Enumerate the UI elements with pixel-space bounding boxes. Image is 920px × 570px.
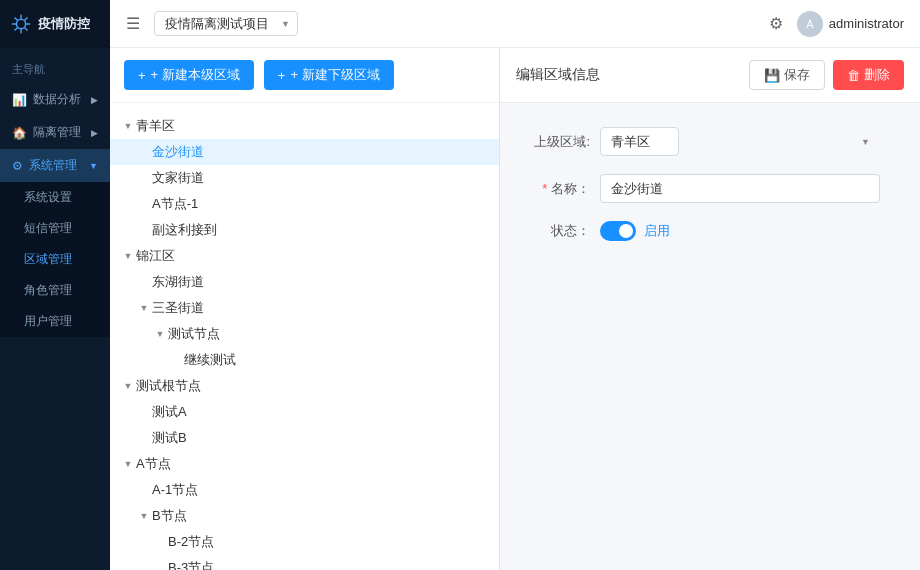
parent-label: 上级区域: [520, 133, 590, 151]
app-title: 疫情防控 [38, 16, 90, 32]
tree-node-label: 东湖街道 [152, 273, 204, 291]
tree-node-label: A-1节点 [152, 481, 198, 499]
tree-node-row[interactable]: 测试B [110, 425, 499, 451]
tree-node-label: 副这利接到 [152, 221, 217, 239]
tree-node-row[interactable]: B-3节点 [110, 555, 499, 570]
form-row-status: 状态： 启用 [520, 221, 900, 241]
status-text: 启用 [644, 222, 670, 240]
sub-item-label: 角色管理 [24, 282, 72, 299]
chevron-icon: ▶ [91, 95, 98, 105]
status-toggle[interactable] [600, 221, 636, 241]
tree-node-label: 继续测试 [184, 351, 236, 369]
tree-node: 继续测试 [110, 347, 499, 373]
tree-children: 金沙街道文家街道A节点-1副这利接到 [110, 139, 499, 243]
tree-node: 金沙街道 [110, 139, 499, 165]
status-label: 状态： [520, 222, 590, 240]
tree-node-row[interactable]: 文家街道 [110, 165, 499, 191]
tree-node-row[interactable]: B-2节点 [110, 529, 499, 555]
tree-node-label: 测试节点 [168, 325, 220, 343]
tree-node-row[interactable]: ▼锦江区 [110, 243, 499, 269]
tree-toggle-icon: ▼ [136, 511, 152, 521]
menu-icon[interactable]: ☰ [126, 14, 140, 33]
tree-node: ▼测试节点继续测试 [110, 321, 499, 373]
tree-node-label: B-3节点 [168, 559, 214, 570]
tree-node-row[interactable]: 金沙街道 [110, 139, 499, 165]
avatar: A [797, 11, 823, 37]
tree-node: ▼A节点A-1节点▼B节点B-2节点B-3节点B-4节点B-5节点▼C节点C-1… [110, 451, 499, 570]
tree-node-row[interactable]: ▼三圣街道 [110, 295, 499, 321]
parent-select[interactable]: 青羊区 [600, 127, 679, 156]
delete-icon: 🗑 [847, 68, 860, 83]
tree-node-label: B-2节点 [168, 533, 214, 551]
tree-node-row[interactable]: ▼A节点 [110, 451, 499, 477]
tree-toggle-icon: ▼ [152, 329, 168, 339]
tree-toggle-icon: ▼ [120, 459, 136, 469]
right-panel: 编辑区域信息 💾 保存 🗑 删除 上级区域: [500, 48, 920, 570]
tree-node-row[interactable]: ▼测试节点 [110, 321, 499, 347]
sidebar-item-data-analysis[interactable]: 📊 数据分析 ▶ [0, 83, 110, 116]
right-header: 编辑区域信息 💾 保存 🗑 删除 [500, 48, 920, 103]
tree-node: B-2节点 [110, 529, 499, 555]
sidebar-item-quarantine[interactable]: 🏠 隔离管理 ▶ [0, 116, 110, 149]
add-same-label: + 新建本级区域 [151, 66, 240, 84]
tree-node-row[interactable]: A节点-1 [110, 191, 499, 217]
tree-children: ▼测试节点继续测试 [110, 321, 499, 373]
sidebar-item-system[interactable]: ⚙ 系统管理 ▼ [0, 149, 110, 182]
sidebar-item-role-management[interactable]: 角色管理 [0, 275, 110, 306]
sidebar-item-sms-management[interactable]: 短信管理 [0, 213, 110, 244]
tree-node-row[interactable]: ▼青羊区 [110, 113, 499, 139]
username-label: administrator [829, 16, 904, 31]
user-menu[interactable]: A administrator [797, 11, 904, 37]
form-title: 编辑区域信息 [516, 66, 600, 84]
tree-node: ▼三圣街道▼测试节点继续测试 [110, 295, 499, 373]
add-sub-icon: + [278, 68, 286, 83]
delete-label: 删除 [864, 66, 890, 84]
sub-item-label: 用户管理 [24, 313, 72, 330]
delete-button[interactable]: 🗑 删除 [833, 60, 904, 90]
sidebar-nav: 主导航 📊 数据分析 ▶ 🏠 隔离管理 ▶ ⚙ 系统管理 ▼ 系统设置 短信管理… [0, 48, 110, 570]
topbar: ☰ 疫情隔离测试项目 ⚙ A administrator [110, 0, 920, 48]
tree-node-row[interactable]: ▼测试根节点 [110, 373, 499, 399]
tree-toggle-icon: ▼ [136, 303, 152, 313]
tree-node-label: 测试B [152, 429, 187, 447]
sidebar: 疫情防控 主导航 📊 数据分析 ▶ 🏠 隔离管理 ▶ ⚙ 系统管理 ▼ 系统设置… [0, 0, 110, 570]
tree-children: B-2节点B-3节点B-4节点B-5节点 [110, 529, 499, 570]
tree-node: 测试B [110, 425, 499, 451]
tree-node-row[interactable]: A-1节点 [110, 477, 499, 503]
tree-node-label: 测试根节点 [136, 377, 201, 395]
add-same-level-button[interactable]: + + 新建本级区域 [124, 60, 254, 90]
tree-node-row[interactable]: 测试A [110, 399, 499, 425]
tree-node-row[interactable]: ▼B节点 [110, 503, 499, 529]
chevron-icon: ▶ [91, 128, 98, 138]
parent-select-wrap[interactable]: 青羊区 [600, 127, 880, 156]
sidebar-item-area-management[interactable]: 区域管理 [0, 244, 110, 275]
gear-icon[interactable]: ⚙ [769, 14, 783, 33]
tree-node: 东湖街道 [110, 269, 499, 295]
sub-item-label: 系统设置 [24, 189, 72, 206]
tree-node-label: 测试A [152, 403, 187, 421]
name-input[interactable] [600, 174, 880, 203]
tree-node: ▼锦江区东湖街道▼三圣街道▼测试节点继续测试 [110, 243, 499, 373]
save-label: 保存 [784, 66, 810, 84]
tree-node: 文家街道 [110, 165, 499, 191]
tree-node-label: 锦江区 [136, 247, 175, 265]
project-select[interactable]: 疫情隔离测试项目 [154, 11, 298, 36]
area-form: 上级区域: 青羊区 名称： 状态： [500, 103, 920, 265]
sub-item-label: 区域管理 [24, 251, 72, 268]
add-sub-level-button[interactable]: + + 新建下级区域 [264, 60, 394, 90]
tree-node-row[interactable]: 继续测试 [110, 347, 499, 373]
tree-node: 测试A [110, 399, 499, 425]
topbar-right: ⚙ A administrator [769, 11, 904, 37]
name-label: 名称： [520, 180, 590, 198]
tree-node: A-1节点 [110, 477, 499, 503]
project-select-wrap[interactable]: 疫情隔离测试项目 [154, 11, 298, 36]
tree-toggle-icon: ▼ [120, 381, 136, 391]
status-toggle-wrap: 启用 [600, 221, 670, 241]
sidebar-item-label: 数据分析 [33, 91, 81, 108]
toggle-slider [600, 221, 636, 241]
tree-node-row[interactable]: 东湖街道 [110, 269, 499, 295]
sidebar-item-system-settings[interactable]: 系统设置 [0, 182, 110, 213]
sidebar-item-user-management[interactable]: 用户管理 [0, 306, 110, 337]
tree-node-row[interactable]: 副这利接到 [110, 217, 499, 243]
save-button[interactable]: 💾 保存 [749, 60, 825, 90]
